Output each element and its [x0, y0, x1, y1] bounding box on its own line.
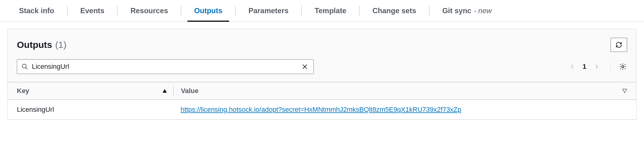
search-input[interactable]: [31, 62, 297, 71]
next-page-button[interactable]: [592, 62, 601, 71]
svg-point-4: [622, 66, 624, 68]
column-header-value[interactable]: Value: [174, 87, 627, 95]
tab-outputs[interactable]: Outputs: [181, 0, 235, 21]
table-settings-button[interactable]: [619, 62, 627, 71]
close-icon: [302, 64, 308, 70]
panel-title: Outputs: [17, 40, 52, 50]
table-row: LicensingUrl https://licensing.hotsock.i…: [8, 100, 636, 119]
column-label: Value: [181, 87, 198, 95]
tab-template[interactable]: Template: [302, 0, 359, 21]
panel-count: (1): [55, 40, 67, 50]
page-number: 1: [583, 63, 586, 71]
gear-icon: [619, 63, 627, 71]
tab-label: Git sync: [442, 6, 471, 15]
svg-marker-5: [163, 89, 167, 93]
tab-label: Outputs: [194, 6, 222, 15]
tab-stack-info[interactable]: Stack info: [6, 0, 67, 21]
tab-label: Template: [315, 6, 347, 15]
chevron-right-icon: [594, 62, 600, 71]
chevron-left-icon: [569, 62, 575, 71]
caret-down-outline-icon: [622, 89, 627, 93]
search-icon: [21, 63, 28, 70]
tab-label: Events: [80, 6, 105, 15]
table-header: Key Value: [8, 82, 636, 100]
tab-resources[interactable]: Resources: [117, 0, 181, 21]
tabs-bar: Stack info Events Resources Outputs Para…: [0, 0, 644, 21]
tab-label: Parameters: [248, 6, 289, 15]
outputs-panel: Outputs (1): [7, 29, 637, 120]
tab-parameters[interactable]: Parameters: [236, 0, 301, 21]
column-header-key[interactable]: Key: [17, 87, 173, 95]
tab-git-sync[interactable]: Git sync - new: [429, 0, 504, 21]
svg-marker-6: [623, 89, 627, 93]
cell-key: LicensingUrl: [17, 106, 173, 114]
search-box: [17, 59, 314, 74]
tab-label: Stack info: [19, 6, 54, 15]
new-badge: - new: [474, 6, 492, 15]
cell-value: https://licensing.hotsock.io/adopt?secre…: [173, 106, 627, 114]
tab-change-sets[interactable]: Change sets: [359, 0, 429, 21]
column-options-button[interactable]: [622, 89, 627, 93]
refresh-icon: [615, 41, 622, 48]
tab-events[interactable]: Events: [67, 0, 117, 21]
svg-point-0: [22, 64, 26, 68]
column-label: Key: [17, 87, 29, 95]
tab-label: Change sets: [372, 6, 416, 15]
prev-page-button[interactable]: [568, 62, 577, 71]
clear-search-button[interactable]: [301, 62, 309, 71]
separator: [610, 61, 611, 72]
sort-ascending-icon: [162, 89, 167, 93]
value-link[interactable]: https://licensing.hotsock.io/adopt?secre…: [181, 106, 461, 113]
svg-line-1: [26, 68, 28, 69]
refresh-button[interactable]: [611, 38, 627, 52]
tab-label: Resources: [130, 6, 168, 15]
pagination: 1: [568, 61, 627, 72]
panel-header: Outputs (1): [8, 29, 636, 52]
filter-row: 1: [8, 52, 636, 82]
